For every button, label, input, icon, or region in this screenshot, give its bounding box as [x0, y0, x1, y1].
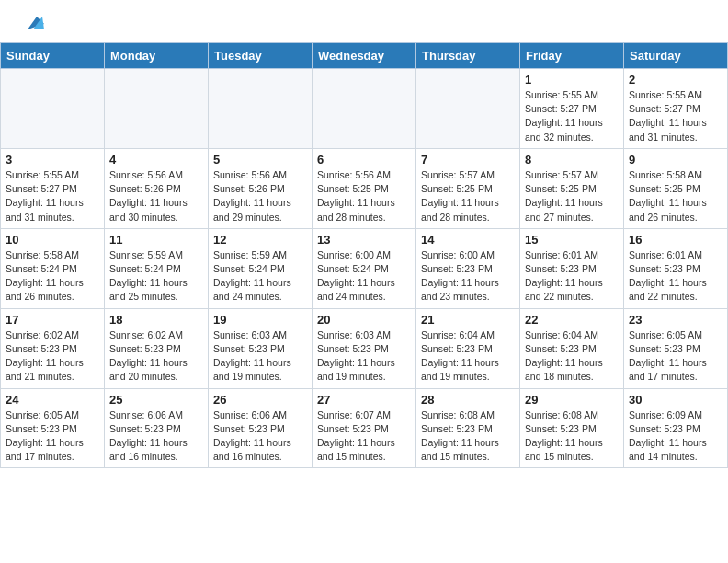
day-detail: Sunrise: 5:58 AMSunset: 5:25 PMDaylight:…: [629, 168, 722, 224]
daylight-label: Daylight: 11 hours and 26 minutes.: [629, 197, 707, 222]
weekday-header-thursday: Thursday: [416, 43, 520, 69]
day-number: 30: [629, 393, 722, 407]
sunset-label: Sunset: 5:23 PM: [213, 343, 285, 354]
calendar-cell: 15Sunrise: 6:01 AMSunset: 5:23 PMDayligh…: [520, 228, 624, 308]
calendar-cell: 18Sunrise: 6:02 AMSunset: 5:23 PMDayligh…: [105, 308, 209, 388]
calendar-cell: 17Sunrise: 6:02 AMSunset: 5:23 PMDayligh…: [1, 308, 105, 388]
sunrise-label: Sunrise: 6:05 AM: [629, 329, 702, 340]
day-number: 9: [629, 153, 722, 167]
sunrise-label: Sunrise: 5:58 AM: [6, 249, 79, 260]
sunrise-label: Sunrise: 6:08 AM: [525, 409, 598, 420]
weekday-header-monday: Monday: [105, 43, 209, 69]
sunrise-label: Sunrise: 6:02 AM: [109, 329, 183, 340]
day-number: 7: [421, 153, 515, 167]
day-detail: Sunrise: 5:59 AMSunset: 5:24 PMDaylight:…: [109, 248, 203, 304]
sunrise-label: Sunrise: 5:56 AM: [109, 169, 183, 180]
sunrise-label: Sunrise: 6:06 AM: [109, 409, 183, 420]
daylight-label: Daylight: 11 hours and 23 minutes.: [421, 277, 499, 302]
calendar-table: SundayMondayTuesdayWednesdayThursdayFrid…: [0, 42, 728, 468]
day-detail: Sunrise: 5:56 AMSunset: 5:26 PMDaylight:…: [109, 168, 203, 224]
calendar-cell: 8Sunrise: 5:57 AMSunset: 5:25 PMDaylight…: [520, 148, 624, 228]
sunset-label: Sunset: 5:24 PM: [109, 263, 181, 274]
calendar-cell: 24Sunrise: 6:05 AMSunset: 5:23 PMDayligh…: [1, 388, 105, 468]
day-number: 3: [6, 153, 99, 167]
daylight-label: Daylight: 11 hours and 16 minutes.: [109, 437, 188, 462]
calendar-wrapper: SundayMondayTuesdayWednesdayThursdayFrid…: [0, 42, 728, 468]
sunrise-label: Sunrise: 6:03 AM: [213, 329, 287, 340]
day-number: 11: [109, 233, 203, 247]
sunrise-label: Sunrise: 5:58 AM: [629, 169, 702, 180]
logo-icon: [24, 13, 44, 33]
sunset-label: Sunset: 5:27 PM: [629, 103, 700, 114]
calendar-cell: 16Sunrise: 6:01 AMSunset: 5:23 PMDayligh…: [624, 228, 728, 308]
daylight-label: Daylight: 11 hours and 28 minutes.: [421, 197, 499, 222]
day-number: 20: [317, 313, 411, 327]
day-detail: Sunrise: 5:55 AMSunset: 5:27 PMDaylight:…: [629, 88, 722, 144]
day-number: 17: [6, 313, 99, 327]
day-number: 10: [6, 233, 99, 247]
sunrise-label: Sunrise: 5:56 AM: [213, 169, 287, 180]
calendar-cell: 20Sunrise: 6:03 AMSunset: 5:23 PMDayligh…: [313, 308, 416, 388]
sunrise-label: Sunrise: 6:09 AM: [629, 409, 702, 420]
daylight-label: Daylight: 11 hours and 21 minutes.: [6, 357, 84, 382]
sunrise-label: Sunrise: 5:55 AM: [629, 89, 702, 100]
day-number: 24: [6, 393, 99, 407]
sunrise-label: Sunrise: 5:55 AM: [525, 89, 598, 100]
day-number: 21: [421, 313, 515, 327]
weekday-header-tuesday: Tuesday: [209, 43, 313, 69]
logo: [22, 17, 44, 33]
day-number: 4: [109, 153, 203, 167]
day-detail: Sunrise: 5:55 AMSunset: 5:27 PMDaylight:…: [6, 168, 99, 224]
sunset-label: Sunset: 5:23 PM: [525, 343, 597, 354]
day-detail: Sunrise: 6:09 AMSunset: 5:23 PMDaylight:…: [629, 408, 722, 465]
daylight-label: Daylight: 11 hours and 22 minutes.: [629, 277, 707, 302]
calendar-cell: 12Sunrise: 5:59 AMSunset: 5:24 PMDayligh…: [209, 228, 313, 308]
sunset-label: Sunset: 5:24 PM: [317, 263, 389, 274]
day-detail: Sunrise: 6:04 AMSunset: 5:23 PMDaylight:…: [525, 328, 619, 385]
calendar-cell: 29Sunrise: 6:08 AMSunset: 5:23 PMDayligh…: [520, 388, 624, 468]
day-number: 25: [109, 393, 203, 407]
daylight-label: Daylight: 11 hours and 19 minutes.: [421, 357, 499, 382]
sunrise-label: Sunrise: 6:04 AM: [421, 329, 495, 340]
day-number: 15: [525, 233, 619, 247]
daylight-label: Daylight: 11 hours and 24 minutes.: [213, 277, 291, 302]
sunset-label: Sunset: 5:23 PM: [213, 423, 285, 434]
sunrise-label: Sunrise: 5:59 AM: [109, 249, 183, 260]
daylight-label: Daylight: 11 hours and 15 minutes.: [525, 437, 603, 462]
day-detail: Sunrise: 6:05 AMSunset: 5:23 PMDaylight:…: [629, 328, 722, 385]
sunset-label: Sunset: 5:24 PM: [213, 263, 285, 274]
day-detail: Sunrise: 5:59 AMSunset: 5:24 PMDaylight:…: [213, 248, 307, 304]
day-number: 26: [213, 393, 307, 407]
sunrise-label: Sunrise: 6:03 AM: [317, 329, 391, 340]
calendar-cell: [209, 69, 313, 149]
day-detail: Sunrise: 6:02 AMSunset: 5:23 PMDaylight:…: [109, 328, 203, 385]
day-detail: Sunrise: 5:57 AMSunset: 5:25 PMDaylight:…: [421, 168, 515, 224]
daylight-label: Daylight: 11 hours and 17 minutes.: [629, 357, 707, 382]
day-detail: Sunrise: 6:01 AMSunset: 5:23 PMDaylight:…: [629, 248, 722, 304]
daylight-label: Daylight: 11 hours and 20 minutes.: [109, 357, 188, 382]
day-number: 23: [629, 313, 722, 327]
sunrise-label: Sunrise: 5:59 AM: [213, 249, 287, 260]
day-detail: Sunrise: 5:57 AMSunset: 5:25 PMDaylight:…: [525, 168, 619, 224]
daylight-label: Daylight: 11 hours and 29 minutes.: [213, 197, 291, 222]
day-number: 19: [213, 313, 307, 327]
calendar-cell: [105, 69, 209, 149]
weekday-header-sunday: Sunday: [1, 43, 105, 69]
calendar-cell: 5Sunrise: 5:56 AMSunset: 5:26 PMDaylight…: [209, 148, 313, 228]
calendar-cell: 26Sunrise: 6:06 AMSunset: 5:23 PMDayligh…: [209, 388, 313, 468]
calendar-cell: [416, 69, 520, 149]
sunset-label: Sunset: 5:27 PM: [525, 103, 597, 114]
sunrise-label: Sunrise: 6:00 AM: [421, 249, 495, 260]
sunset-label: Sunset: 5:25 PM: [629, 183, 700, 194]
calendar-cell: 6Sunrise: 5:56 AMSunset: 5:25 PMDaylight…: [313, 148, 416, 228]
sunrise-label: Sunrise: 6:08 AM: [421, 409, 495, 420]
calendar-week-4: 24Sunrise: 6:05 AMSunset: 5:23 PMDayligh…: [1, 388, 728, 468]
calendar-cell: 2Sunrise: 5:55 AMSunset: 5:27 PMDaylight…: [624, 69, 728, 149]
day-detail: Sunrise: 5:55 AMSunset: 5:27 PMDaylight:…: [525, 88, 619, 144]
sunrise-label: Sunrise: 6:01 AM: [525, 249, 598, 260]
sunset-label: Sunset: 5:24 PM: [6, 263, 77, 274]
calendar-cell: 23Sunrise: 6:05 AMSunset: 5:23 PMDayligh…: [624, 308, 728, 388]
sunset-label: Sunset: 5:23 PM: [109, 423, 181, 434]
calendar-cell: 9Sunrise: 5:58 AMSunset: 5:25 PMDaylight…: [624, 148, 728, 228]
day-detail: Sunrise: 5:58 AMSunset: 5:24 PMDaylight:…: [6, 248, 99, 304]
